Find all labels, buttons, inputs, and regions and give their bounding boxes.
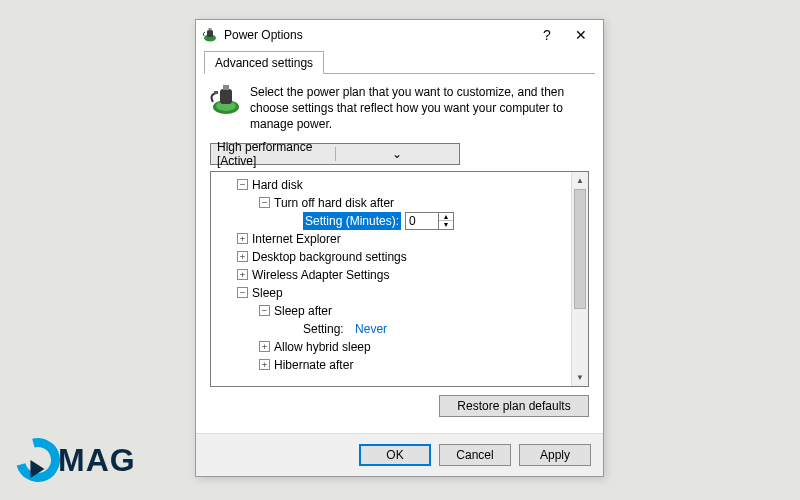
plan-dropdown[interactable]: High performance [Active] ⌄ <box>210 143 460 165</box>
tree-item-turnoff-hdd[interactable]: − Turn off hard disk after <box>215 194 569 212</box>
tree-label: Desktop background settings <box>252 248 407 266</box>
svg-rect-7 <box>214 91 218 94</box>
power-plan-icon <box>210 84 242 116</box>
expand-icon[interactable]: + <box>259 359 270 370</box>
scroll-up-icon[interactable]: ▲ <box>572 172 588 189</box>
cancel-button[interactable]: Cancel <box>439 444 511 466</box>
settings-tree-container: − Hard disk − Turn off hard disk after S… <box>210 171 589 387</box>
tree-item-ie[interactable]: + Internet Explorer <box>215 230 569 248</box>
expand-icon[interactable]: + <box>259 341 270 352</box>
cmag-logo: MAG <box>16 438 136 482</box>
svg-rect-1 <box>207 30 213 37</box>
tree-item-sleep-setting[interactable]: Setting: Never <box>215 320 569 338</box>
setting-label: Setting: <box>303 320 344 338</box>
close-button[interactable]: ✕ <box>567 24 595 46</box>
tree-item-hard-disk[interactable]: − Hard disk <box>215 176 569 194</box>
collapse-icon[interactable]: − <box>259 197 270 208</box>
tab-advanced-settings[interactable]: Advanced settings <box>204 51 324 74</box>
settings-tree[interactable]: − Hard disk − Turn off hard disk after S… <box>211 172 571 386</box>
minutes-input[interactable] <box>406 214 438 228</box>
tree-label: Sleep after <box>274 302 332 320</box>
spinner-down-icon[interactable]: ▼ <box>439 221 453 229</box>
collapse-icon[interactable]: − <box>237 179 248 190</box>
tree-label: Turn off hard disk after <box>274 194 394 212</box>
tree-scrollbar[interactable]: ▲ ▼ <box>571 172 588 386</box>
expand-icon[interactable]: + <box>237 269 248 280</box>
expand-icon[interactable]: + <box>237 251 248 262</box>
ok-button[interactable]: OK <box>359 444 431 466</box>
tree-label: Hibernate after <box>274 356 353 374</box>
tree-item-hdd-setting[interactable]: Setting (Minutes): ▲ ▼ <box>215 212 569 230</box>
power-icon-small <box>202 27 218 43</box>
setting-value-link[interactable]: Never <box>355 320 387 338</box>
tab-strip: Advanced settings <box>204 50 595 74</box>
setting-minutes-label: Setting (Minutes): <box>303 212 401 230</box>
tab-content: Select the power plan that you want to c… <box>196 74 603 433</box>
scroll-down-icon[interactable]: ▼ <box>572 369 588 386</box>
dialog-button-row: OK Cancel Apply <box>196 433 603 476</box>
dialog-title: Power Options <box>224 28 527 42</box>
tree-label: Wireless Adapter Settings <box>252 266 389 284</box>
svg-rect-2 <box>209 28 212 31</box>
logo-c-icon <box>8 430 68 490</box>
chevron-down-icon: ⌄ <box>335 147 460 161</box>
restore-defaults-button[interactable]: Restore plan defaults <box>439 395 589 417</box>
tree-item-wireless[interactable]: + Wireless Adapter Settings <box>215 266 569 284</box>
tree-item-sleep[interactable]: − Sleep <box>215 284 569 302</box>
scroll-thumb[interactable] <box>574 189 586 309</box>
intro-text: Select the power plan that you want to c… <box>250 84 589 133</box>
minutes-spinner[interactable]: ▲ ▼ <box>405 212 454 230</box>
tree-label: Hard disk <box>252 176 303 194</box>
logo-text: MAG <box>58 442 136 479</box>
svg-rect-5 <box>220 89 232 104</box>
tree-item-hybrid-sleep[interactable]: + Allow hybrid sleep <box>215 338 569 356</box>
apply-button[interactable]: Apply <box>519 444 591 466</box>
plan-dropdown-value: High performance [Active] <box>211 140 335 168</box>
tree-label: Sleep <box>252 284 283 302</box>
tree-label: Internet Explorer <box>252 230 341 248</box>
collapse-icon[interactable]: − <box>237 287 248 298</box>
tree-item-hibernate-after[interactable]: + Hibernate after <box>215 356 569 374</box>
expand-icon[interactable]: + <box>237 233 248 244</box>
power-options-dialog: Power Options ? ✕ Advanced settings Sele… <box>195 19 604 477</box>
collapse-icon[interactable]: − <box>259 305 270 316</box>
scroll-track[interactable] <box>572 189 588 369</box>
spinner-up-icon[interactable]: ▲ <box>439 213 453 221</box>
titlebar: Power Options ? ✕ <box>196 20 603 50</box>
tree-label: Allow hybrid sleep <box>274 338 371 356</box>
tree-item-desktop-bg[interactable]: + Desktop background settings <box>215 248 569 266</box>
svg-rect-6 <box>223 85 229 90</box>
help-button[interactable]: ? <box>533 24 561 46</box>
tree-item-sleep-after[interactable]: − Sleep after <box>215 302 569 320</box>
